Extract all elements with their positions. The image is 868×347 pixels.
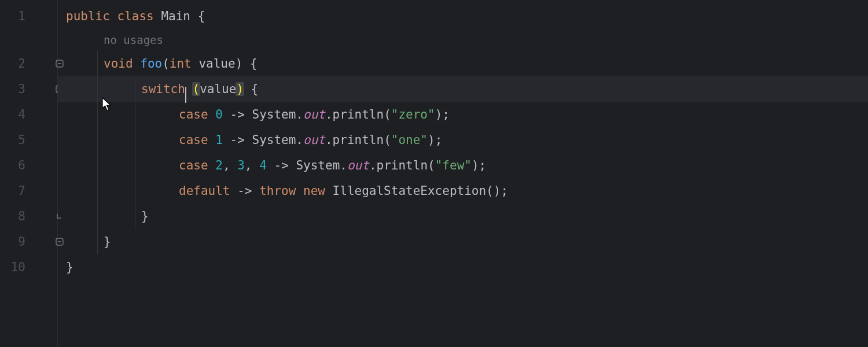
token-num: 3 — [237, 158, 245, 172]
line-number: 7 — [0, 178, 25, 204]
token-num: 1 — [215, 133, 223, 147]
token-ident: System — [296, 158, 340, 172]
token-plain: ; — [442, 108, 450, 121]
line-number: 5 — [0, 127, 25, 153]
token-plain: . — [340, 158, 347, 172]
token-ident: IllegalStateException — [333, 184, 487, 198]
token-plain: } — [104, 235, 111, 249]
token-plain: . — [325, 133, 333, 147]
token-num: 4 — [259, 158, 267, 172]
code-line[interactable]: public class Main { — [66, 3, 868, 29]
token-plain: } — [141, 209, 149, 223]
token-kw: int — [170, 57, 192, 71]
line-number: 4 — [0, 102, 25, 127]
token-kw: new — [303, 184, 325, 198]
line-number: 6 — [0, 153, 25, 178]
token-kw: public — [66, 9, 110, 23]
line-number: 8 — [0, 204, 25, 229]
token-method: foo — [140, 57, 162, 71]
token-plain: , — [223, 158, 230, 172]
token-ident: println — [333, 108, 384, 121]
token-plain: { — [250, 57, 258, 71]
token-ident: value — [198, 57, 235, 71]
code-line[interactable]: } — [66, 254, 868, 280]
token-ident: println — [333, 133, 384, 147]
token-plain: ( — [384, 133, 391, 147]
token-plain: , — [245, 158, 252, 172]
token-plain: ( — [162, 57, 170, 71]
token-ident: println — [377, 158, 428, 172]
token-plain: { — [198, 9, 205, 23]
token-kw: case — [179, 133, 208, 147]
code-line[interactable]: default -> throw new IllegalStateExcepti… — [66, 178, 868, 204]
token-plain: . — [369, 158, 377, 172]
token-plain: ) — [428, 133, 435, 147]
code-area[interactable]: no usagespublic class Main {void foo(int… — [58, 0, 868, 347]
token-plain: . — [296, 108, 303, 121]
token-ident: System — [252, 108, 296, 121]
code-editor[interactable]: 12345678910 no usagespublic class Main {… — [0, 0, 868, 347]
token-paren-hl: ( — [192, 82, 201, 96]
token-plain: . — [325, 108, 333, 121]
line-number: 2 — [0, 51, 25, 76]
token-field-static: out — [347, 158, 369, 172]
token-kw: switch — [141, 82, 185, 96]
gutter: 12345678910 — [0, 0, 58, 347]
line-number: 3 — [0, 76, 25, 102]
token-plain: ; — [479, 158, 487, 172]
token-num: 2 — [215, 158, 223, 172]
token-plain: ; — [435, 133, 443, 147]
token-num: 0 — [215, 108, 223, 121]
token-ident: value — [200, 82, 236, 96]
line-number: 10 — [0, 254, 25, 280]
token-plain: -> — [230, 133, 245, 147]
token-plain: -> — [274, 158, 288, 172]
line-number: 9 — [0, 229, 25, 254]
line-number: 1 — [0, 3, 25, 29]
token-plain: ) — [435, 108, 443, 121]
token-field-static: out — [303, 133, 325, 147]
code-line[interactable]: switch (value) { — [66, 76, 868, 102]
token-plain: () — [486, 184, 501, 198]
token-plain: . — [296, 133, 303, 147]
token-plain: ; — [501, 184, 508, 198]
code-line[interactable]: } — [66, 229, 868, 254]
token-plain: ) — [472, 158, 479, 172]
token-plain: { — [251, 82, 259, 96]
token-plain: ( — [428, 158, 435, 172]
token-plain: } — [66, 260, 73, 274]
code-line[interactable]: case 0 -> System.out.println("zero"); — [66, 102, 868, 127]
code-line[interactable]: } — [66, 204, 868, 229]
token-kw: class — [117, 9, 154, 23]
token-kw: throw — [259, 184, 296, 198]
code-line[interactable]: void foo(int value) { — [66, 51, 868, 76]
token-kw: case — [179, 108, 208, 121]
token-str: "few" — [435, 158, 472, 172]
token-plain: ) — [236, 57, 243, 71]
token-field-static: out — [303, 108, 325, 121]
token-plain: -> — [230, 108, 245, 121]
token-kw: default — [179, 184, 230, 198]
code-line[interactable]: case 1 -> System.out.println("one"); — [66, 127, 868, 153]
token-ident: Main — [161, 9, 190, 23]
usages-inlay[interactable]: no usages — [66, 29, 868, 51]
token-plain: -> — [237, 184, 252, 198]
token-ident: System — [252, 133, 296, 147]
token-str: "one" — [391, 133, 428, 147]
token-str: "zero" — [391, 108, 435, 121]
code-line[interactable]: case 2, 3, 4 -> System.out.println("few"… — [66, 153, 868, 178]
token-kw: void — [104, 57, 133, 71]
token-kw: case — [179, 158, 208, 172]
token-plain: ( — [384, 108, 391, 121]
token-paren-hl: ) — [236, 82, 244, 96]
text-caret — [185, 87, 186, 103]
